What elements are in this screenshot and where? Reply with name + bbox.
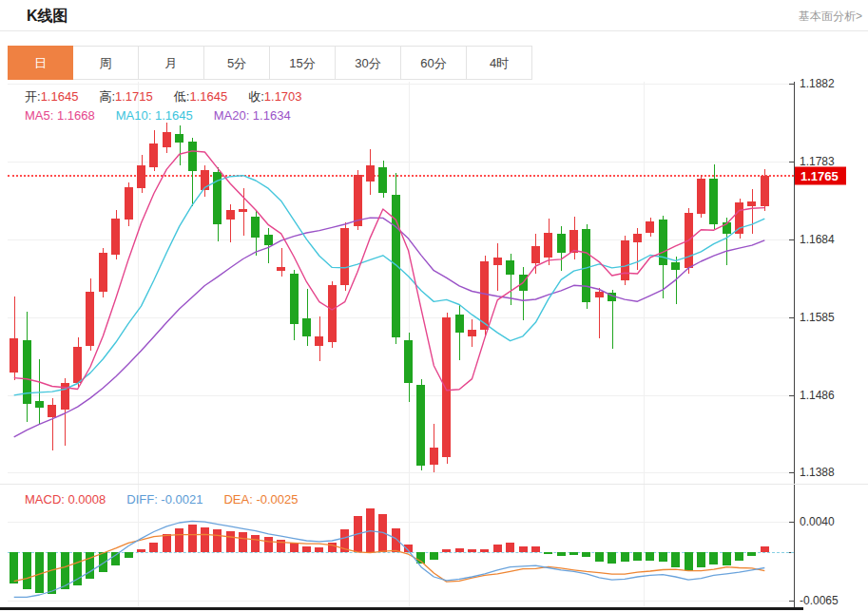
ohlc-legend-item: 开:1.1645 [25, 89, 78, 104]
macd-histogram-bar [48, 552, 56, 594]
macd-histogram-bar [659, 552, 667, 562]
macd-histogram-bar [264, 537, 273, 552]
vertical-gridline [138, 82, 139, 607]
macd-histogram-bar [277, 540, 285, 552]
candle-wick [39, 359, 40, 425]
candle [188, 142, 197, 171]
candle [392, 195, 400, 337]
macd-histogram-bar [251, 535, 260, 552]
tab-period-8[interactable]: 4时 [467, 46, 532, 80]
macd-histogram-bar [10, 552, 18, 583]
candle [111, 219, 120, 255]
macd-histogram-bar [671, 552, 680, 567]
candle [35, 401, 44, 408]
vertical-gridline [644, 82, 645, 607]
tab-period-2[interactable]: 周 [73, 46, 139, 80]
macd-histogram-bar [633, 552, 642, 561]
price-axis-label: 1.1486 [800, 389, 835, 402]
macd-histogram-bar [99, 552, 107, 572]
candle [468, 330, 476, 336]
macd-histogram-bar [582, 552, 590, 557]
candle [685, 213, 693, 268]
macd-axis-tick [789, 601, 794, 602]
macd-histogram-bar [455, 548, 464, 552]
macd-histogram-bar [569, 552, 578, 555]
candle [149, 143, 158, 167]
macd-histogram-bar [175, 528, 183, 552]
candle [480, 261, 489, 330]
tab-period-4[interactable]: 5分 [204, 46, 270, 80]
candle [48, 405, 56, 416]
price-axis-tick [789, 472, 794, 473]
fundamental-analysis-link[interactable]: 基本面分析> [799, 9, 862, 25]
candle [378, 167, 387, 193]
macd-histogram-bar [35, 552, 44, 594]
candle-wick [243, 188, 244, 236]
candle [595, 292, 604, 298]
candle [239, 209, 247, 212]
candle [125, 187, 133, 220]
macd-histogram-bar [531, 546, 540, 552]
panel-separator [0, 484, 868, 485]
candle [315, 336, 323, 346]
macd-histogram-bar [735, 552, 743, 561]
macd-histogram-bar [480, 549, 489, 552]
candle-wick [497, 243, 498, 291]
macd-histogram-bar [544, 552, 552, 554]
macd-histogram-bar [608, 552, 616, 564]
macd-histogram-bar [404, 545, 413, 552]
header-divider [0, 30, 868, 31]
candle [340, 228, 349, 285]
chart-bottom-border [0, 607, 803, 610]
macd-gridline [8, 522, 794, 523]
macd-histogram-bar [506, 543, 514, 551]
macd-histogram-bar [468, 549, 476, 551]
macd-histogram-bar [302, 546, 311, 552]
ma-legend-item: MA5: 1.1668 [25, 108, 95, 123]
ma-legend-item: MA20: 1.1634 [214, 108, 291, 123]
candle-wick [752, 189, 753, 234]
macd-legend-item: MACD: 0.0008 [25, 492, 106, 507]
macd-histogram-bar [315, 547, 323, 552]
macd-histogram-bar [163, 534, 171, 552]
ohlc-legend-item: 高:1.1715 [99, 89, 152, 104]
candle [251, 217, 260, 237]
price-axis-tick [789, 239, 794, 240]
candle [659, 220, 667, 264]
macd-histogram-bar [290, 543, 299, 551]
tab-period-5[interactable]: 15分 [270, 46, 336, 80]
macd-histogram-bar [723, 552, 731, 565]
right-axis-line [794, 82, 795, 607]
macd-histogram-bar [61, 552, 69, 590]
candle [163, 132, 171, 148]
ohlc-legend-item: 低:1.1645 [174, 89, 227, 104]
tab-period-1[interactable]: 日 [8, 46, 73, 80]
period-tab-bar: 日周月5分15分30分60分4时 [8, 46, 532, 80]
tab-period-7[interactable]: 60分 [401, 46, 467, 80]
price-axis-tick [789, 395, 794, 396]
macd-histogram-bar [442, 549, 451, 551]
last-price-line [8, 175, 794, 177]
macd-histogram-bar [188, 525, 197, 551]
macd-axis-tick [789, 522, 794, 523]
macd-histogram-bar [149, 543, 158, 552]
candle [354, 175, 362, 227]
tab-period-3[interactable]: 月 [139, 46, 204, 80]
candle [290, 274, 299, 325]
candle-wick [268, 228, 269, 263]
tab-period-6[interactable]: 30分 [336, 46, 401, 80]
macd-histogram-bar [226, 531, 235, 552]
candle [213, 172, 222, 224]
chart-area[interactable]: 1.18821.17831.16841.15851.14861.13880.00… [0, 82, 868, 612]
macd-histogram-bar [621, 552, 629, 562]
candle [404, 340, 413, 383]
macd-histogram-bar [557, 552, 566, 556]
candle [175, 134, 183, 143]
candle [633, 234, 642, 243]
candle [735, 202, 743, 234]
price-gridline [8, 395, 794, 396]
macd-histogram-bar [328, 543, 337, 551]
macd-histogram-bar [595, 552, 604, 562]
candle [557, 234, 566, 254]
price-axis-tick [789, 84, 794, 85]
